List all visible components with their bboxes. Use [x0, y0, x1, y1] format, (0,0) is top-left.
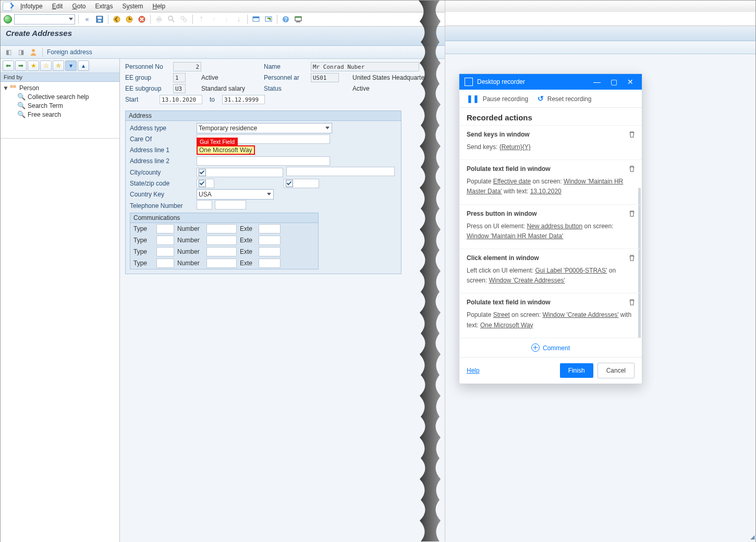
resize-grip-icon[interactable]: ◢ [750, 534, 754, 540]
recorder-close-icon[interactable]: ✕ [624, 78, 637, 86]
action-link[interactable]: Street [493, 311, 510, 318]
finish-button[interactable]: Finish [560, 363, 593, 378]
find-next-icon[interactable] [179, 14, 189, 24]
help-link[interactable]: Help [467, 367, 480, 374]
recorder-title: Desktop recorder [477, 78, 525, 85]
pause-icon[interactable]: ❚❚ [467, 94, 479, 103]
last-page-icon[interactable]: ⤓ [234, 14, 244, 24]
prev-record-icon[interactable]: ◧ [4, 47, 13, 57]
tel-number-input[interactable] [215, 200, 246, 210]
state-input[interactable] [197, 179, 214, 188]
menu-extras[interactable]: Extras [91, 2, 117, 11]
tree-person[interactable]: ▼ Person [3, 84, 117, 92]
delete-action-button[interactable] [628, 210, 636, 219]
help-icon[interactable]: ? [281, 14, 291, 24]
shortcut-icon[interactable] [263, 14, 274, 24]
tree-free-search[interactable]: 🔍 Free search [3, 110, 117, 119]
action-link[interactable]: {Return}{Y} [499, 143, 531, 151]
layout-icon[interactable] [293, 14, 303, 24]
menu-edit[interactable]: Edit [48, 2, 67, 11]
addr-line2-input[interactable] [197, 156, 330, 166]
nav-back-icon[interactable]: ⬅ [3, 60, 14, 71]
delete-action-button[interactable] [628, 299, 636, 307]
comm-type-input[interactable] [156, 247, 174, 256]
reset-icon[interactable]: ↺ [538, 94, 544, 103]
next-record-icon[interactable]: ◨ [16, 47, 26, 57]
fav-list-icon[interactable]: ☆ [40, 60, 52, 71]
action-link[interactable]: Window 'Maintain HR Master Data' [467, 232, 563, 240]
action-link[interactable]: One Microsoft Way [480, 322, 533, 329]
tel-prefix-input[interactable] [197, 200, 212, 210]
tree-collective-search[interactable]: 🔍 Collective search help [3, 92, 117, 101]
fav-add-icon[interactable]: ★ [28, 60, 39, 71]
cancel-icon[interactable] [137, 14, 147, 24]
comm-type-input[interactable] [156, 236, 174, 245]
first-page-icon[interactable]: ⤒ [196, 14, 206, 24]
comm-number-input[interactable] [206, 224, 237, 233]
tree-search-term[interactable]: 🔍 Search Term [3, 101, 117, 110]
comm-number-input[interactable] [206, 258, 237, 268]
fav-org-icon[interactable]: ✮ [53, 60, 64, 71]
prev-page-icon[interactable]: ↑ [209, 14, 219, 24]
back-icon[interactable] [112, 14, 122, 24]
comm-exte-input[interactable] [259, 247, 281, 256]
comm-row: TypeNumberExte [130, 235, 318, 246]
menu-infotype[interactable]: Infotype [16, 2, 47, 11]
next-page-icon[interactable]: ↓ [221, 14, 231, 24]
person-icon[interactable] [29, 47, 38, 57]
action-link[interactable]: New address button [527, 223, 582, 230]
menu-system[interactable]: System [118, 2, 147, 11]
comm-row: TypeNumberExte [130, 257, 318, 269]
action-link[interactable]: Effective date [493, 178, 531, 185]
menu-help[interactable]: Help [149, 2, 170, 11]
foreign-address-link[interactable]: Foreign address [47, 48, 92, 56]
action-link[interactable]: Window 'Create Addresses' [542, 311, 618, 318]
left-panel: ⬅ ➡ ★ ☆ ✮ ▾ ▴ Find by ▼ Person 🔍 Collect… [1, 59, 120, 542]
action-link[interactable]: 13.10.2020 [530, 188, 562, 195]
add-comment-button[interactable]: Comment [459, 338, 642, 357]
zip-input[interactable] [284, 179, 319, 188]
recorder-maximize-icon[interactable]: ▢ [607, 78, 620, 86]
address-type-select[interactable]: Temporary residence [197, 123, 332, 133]
start-input[interactable]: 13.10.2020 [160, 95, 202, 104]
comm-type-input[interactable] [156, 258, 174, 268]
pause-label[interactable]: Pause recording [483, 95, 528, 103]
expand-icon[interactable]: ▴ [78, 60, 89, 71]
action-link[interactable]: Gui Label 'P0006-STRAS' [535, 267, 607, 274]
county-input[interactable] [286, 167, 395, 176]
exit-icon[interactable] [124, 14, 135, 24]
print-icon[interactable] [154, 14, 164, 24]
comm-type-input[interactable] [156, 224, 174, 233]
recorded-action-card: Polulate text field in windowPopulate St… [459, 293, 642, 337]
comm-number-input[interactable] [206, 236, 237, 245]
recorded-action-card: Polulate text field in windowPopulate Ef… [459, 159, 642, 204]
recorder-minimize-icon[interactable]: — [591, 78, 603, 86]
delete-action-button[interactable] [628, 165, 636, 174]
comm-exte-input[interactable] [259, 258, 281, 268]
delete-action-button[interactable] [628, 131, 636, 140]
addr-line1-input[interactable]: One Microsoft Way [197, 145, 255, 155]
nav-fwd-icon[interactable]: ➡ [15, 60, 27, 71]
country-select[interactable]: USA [197, 189, 274, 200]
menu-goto[interactable]: Goto [68, 2, 90, 11]
delete-action-button[interactable] [628, 254, 636, 263]
city-input[interactable] [197, 168, 283, 177]
comm-exte-input[interactable] [259, 236, 281, 245]
end-input[interactable]: 31.12.9999 [222, 95, 265, 104]
action-link[interactable]: Window 'Create Addresses' [489, 277, 565, 284]
address-group: Address Address type Temporary residence… [125, 110, 401, 274]
back-double-icon[interactable]: « [82, 14, 92, 24]
new-session-icon[interactable] [251, 14, 261, 24]
save-icon[interactable] [94, 14, 105, 24]
separator [108, 15, 108, 24]
ok-icon[interactable] [4, 15, 12, 23]
comm-number-input[interactable] [206, 247, 237, 256]
find-icon[interactable] [166, 14, 177, 24]
collapse-toggle-icon[interactable]: ▼ [3, 84, 8, 92]
cancel-button[interactable]: Cancel [598, 363, 635, 378]
collapse-icon[interactable]: ▾ [65, 60, 77, 71]
reset-label[interactable]: Reset recording [547, 95, 592, 103]
tree-label: Free search [28, 111, 61, 118]
command-field[interactable] [14, 14, 75, 24]
comm-exte-input[interactable] [259, 224, 281, 233]
